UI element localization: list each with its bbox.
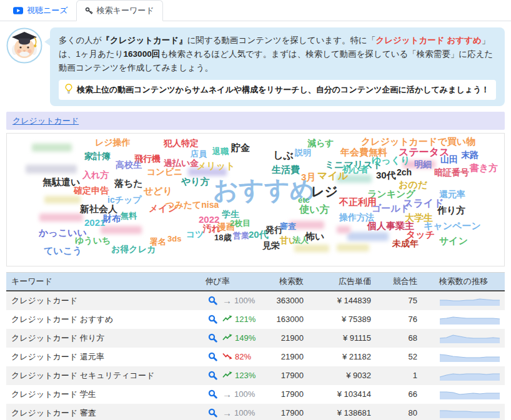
cloud-word[interactable]: 初心者 bbox=[342, 165, 369, 173]
growth-cell: 123% bbox=[217, 366, 255, 385]
search-volume-cell: 21900 bbox=[255, 348, 309, 366]
cpc-cell: ¥ 9032 bbox=[309, 366, 376, 385]
cloud-word[interactable]: 減らす bbox=[307, 139, 334, 147]
cloud-word[interactable]: 過払い金 bbox=[164, 159, 199, 167]
cloud-word[interactable]: 確定申告 bbox=[74, 186, 109, 195]
cloud-word[interactable]: 生活費 bbox=[272, 165, 300, 174]
cloud-word[interactable]: つみたてnisa bbox=[166, 200, 219, 209]
cloud-word[interactable]: 明細 bbox=[414, 160, 432, 168]
col-keyword[interactable]: キーワード bbox=[6, 272, 180, 291]
cloud-word[interactable]: 未成年 bbox=[392, 239, 419, 248]
search-lookup-button[interactable] bbox=[180, 404, 217, 420]
cloud-word[interactable]: 書き方 bbox=[470, 163, 498, 172]
cloud-word[interactable]: 2枚目 bbox=[230, 219, 251, 227]
cloud-word[interactable]: 3ds bbox=[167, 235, 181, 243]
cloud-word[interactable]: 還元率 bbox=[439, 190, 465, 198]
cloud-word[interactable]: タッチ bbox=[406, 230, 435, 239]
col-trend-chart[interactable]: 検索数の推移 bbox=[422, 272, 505, 291]
col-cpc[interactable]: 広告単価 bbox=[309, 272, 376, 291]
cloud-word[interactable]: レジ bbox=[311, 185, 338, 198]
cloud-word[interactable]: やり方 bbox=[181, 177, 210, 186]
cloud-word[interactable]: せどり bbox=[144, 186, 172, 195]
cloud-word[interactable]: 18歳 bbox=[214, 233, 231, 242]
cloud-word[interactable]: コンビニ bbox=[147, 167, 182, 176]
magnifier-icon bbox=[185, 408, 217, 418]
search-lookup-button[interactable] bbox=[180, 348, 217, 366]
cloud-word[interactable]: 作り方 bbox=[437, 205, 465, 215]
trend-flat-icon: → bbox=[222, 408, 232, 418]
growth-cell: 82% bbox=[217, 348, 255, 366]
cloud-word[interactable]: 高校生 bbox=[116, 160, 142, 169]
cloud-word[interactable]: メリット bbox=[197, 161, 235, 170]
cloud-word[interactable]: 3月 bbox=[301, 172, 315, 182]
cloud-word[interactable]: 2021 bbox=[84, 218, 105, 227]
growth-cell: →100% bbox=[217, 404, 255, 420]
cloud-word[interactable]: 末路 bbox=[461, 150, 479, 159]
cloud-word[interactable]: 貯金 bbox=[231, 143, 250, 152]
cloud-word[interactable]: 営業 bbox=[233, 232, 249, 240]
cloud-word[interactable]: 店員 bbox=[191, 150, 207, 158]
growth-cell: 149% bbox=[217, 329, 255, 348]
search-lookup-button[interactable] bbox=[180, 366, 217, 385]
keyword-link[interactable]: クレジットカード bbox=[12, 116, 79, 125]
cloud-word[interactable]: 2022 bbox=[199, 215, 219, 224]
cloud-word[interactable]: 審査 bbox=[280, 222, 296, 230]
cloud-word[interactable]: etc bbox=[298, 196, 310, 204]
search-volume-cell: 21900 bbox=[255, 329, 309, 348]
cloud-word[interactable]: サイン bbox=[439, 236, 468, 245]
cloud-word[interactable]: 退職 bbox=[212, 147, 229, 155]
cloud-word[interactable]: 見栄 bbox=[262, 241, 280, 250]
cloud-word[interactable]: クレジットカードで買い物 bbox=[361, 137, 475, 146]
col-search-volume[interactable]: 検索数 bbox=[255, 272, 309, 291]
cloud-word[interactable]: しぶ bbox=[273, 150, 294, 160]
search-lookup-button[interactable] bbox=[180, 385, 217, 404]
cloud-word[interactable]: 説明 bbox=[295, 149, 311, 157]
magnifier-icon bbox=[185, 333, 217, 343]
cloud-word[interactable]: 山田 bbox=[440, 155, 458, 164]
cloud-word[interactable]: 財布 bbox=[103, 214, 121, 223]
tab-search-keywords[interactable]: 検索キーワード bbox=[76, 0, 163, 21]
trend-sparkline bbox=[422, 404, 505, 420]
cloud-word[interactable]: おのだ bbox=[399, 180, 427, 189]
table-row: クレジットカード→100%363000¥ 14483975 bbox=[6, 291, 505, 310]
cloud-word[interactable]: 学生 bbox=[222, 210, 239, 218]
cloud-word[interactable]: ゆっくり bbox=[372, 155, 410, 165]
cloud-word[interactable]: ていこう bbox=[44, 246, 82, 255]
cloud-word[interactable]: 家計簿 bbox=[84, 152, 111, 160]
search-lookup-button[interactable] bbox=[180, 310, 217, 329]
blurred-word bbox=[32, 144, 72, 152]
search-lookup-button[interactable] bbox=[180, 329, 217, 348]
cloud-word[interactable]: 使い方 bbox=[299, 205, 329, 215]
cloud-word[interactable]: 無料 bbox=[121, 212, 137, 220]
cloud-word[interactable]: コツ bbox=[186, 230, 204, 238]
cloud-word[interactable]: 落ちた bbox=[114, 178, 143, 188]
blurred-word bbox=[347, 232, 389, 241]
cloud-word[interactable]: 暗証番号 bbox=[434, 168, 469, 177]
cloud-word[interactable]: icチップ bbox=[107, 195, 142, 204]
cloud-word[interactable]: 入れ方 bbox=[82, 170, 109, 179]
table-row: クレジットカード おすすめ121%163000¥ 7538976 bbox=[6, 310, 505, 329]
trend-sparkline bbox=[422, 348, 505, 366]
cloud-word[interactable]: 犯人特定 bbox=[164, 139, 199, 147]
cloud-word[interactable]: 新社会人 bbox=[80, 204, 117, 213]
search-lookup-button[interactable] bbox=[180, 291, 217, 310]
cloud-word[interactable]: 署名 bbox=[150, 238, 166, 246]
cloud-word[interactable]: 怖い bbox=[305, 232, 324, 241]
cloud-word[interactable]: 30代 bbox=[376, 170, 396, 180]
cloud-word[interactable]: 2ch bbox=[397, 168, 412, 177]
cloud-word[interactable]: お得クレカ bbox=[111, 245, 156, 253]
cloud-word[interactable]: レジ操作 bbox=[95, 138, 131, 147]
tab-viewing-needs[interactable]: 視聴ニーズ bbox=[5, 1, 76, 21]
lightbulb-icon bbox=[65, 84, 72, 96]
cloud-word[interactable]: 不正利用 bbox=[339, 197, 377, 207]
competition-cell: 1 bbox=[376, 366, 422, 385]
search-volume-cell: 363000 bbox=[255, 291, 309, 310]
magnifier-icon bbox=[185, 389, 217, 399]
trend-up-icon bbox=[222, 315, 232, 324]
tip-box: 検索上位の動画コンテンツからサムネイルや構成をリサーチし、自分のコンテンツ企画に… bbox=[59, 80, 496, 100]
col-competition[interactable]: 競合性 bbox=[376, 272, 422, 291]
col-growth[interactable]: 伸び率 bbox=[180, 272, 255, 291]
tab-bar: 視聴ニーズ 検索キーワード bbox=[0, 0, 511, 21]
magnifier-icon bbox=[185, 315, 217, 324]
cloud-word[interactable]: ゆういち bbox=[75, 236, 111, 245]
